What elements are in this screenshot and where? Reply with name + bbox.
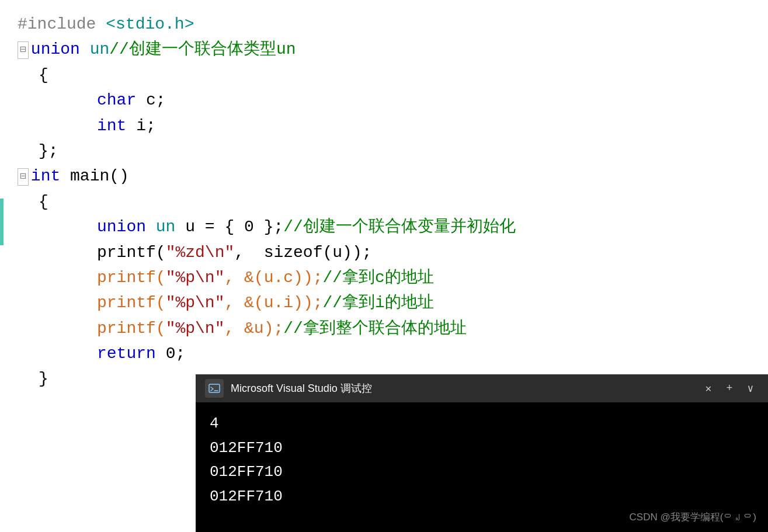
terminal-controls: ✕ + ∨ <box>700 380 759 397</box>
code-token: printf( <box>97 265 166 290</box>
code-token: printf( <box>97 240 166 265</box>
code-token: un <box>80 37 109 62</box>
code-token: //创建一个联合体类型un <box>109 37 296 62</box>
code-token: 0; <box>156 341 185 366</box>
code-token: , &(u.c)); <box>224 265 322 290</box>
terminal-output-line-4: 012FF710 <box>210 485 754 509</box>
code-line-printf-sizeof: printf("%zd\n", sizeof(u)); <box>18 240 750 265</box>
code-line-int: int i; <box>18 113 750 138</box>
code-line-printf-u: printf("%p\n", &u);//拿到整个联合体的地址 <box>18 316 750 341</box>
code-line-brace1: { <box>18 62 750 88</box>
terminal-output-line-2: 012FF710 <box>210 436 754 461</box>
code-token: printf( <box>97 316 166 341</box>
code-token: union <box>97 214 146 239</box>
code-token: , &(u.i)); <box>224 290 322 315</box>
code-token: union <box>31 37 80 62</box>
code-token: //创建一个联合体变量并初始化 <box>283 214 516 239</box>
terminal-titlebar: Microsoft Visual Studio 调试控 ✕ + ∨ <box>196 374 768 402</box>
code-token: return <box>97 341 156 366</box>
code-line-closebrace1: }; <box>18 138 750 164</box>
watermark: CSDN @我要学编程(꒪꒻꒪) <box>630 510 756 524</box>
code-token: "%p\n" <box>166 290 225 315</box>
code-token: char <box>97 88 136 113</box>
code-line-include: #include <stdio.h> <box>18 12 750 37</box>
fold-marker[interactable]: ⊟ <box>18 41 29 59</box>
code-token: "%zd\n" <box>166 240 235 265</box>
terminal-close-btn[interactable]: ✕ <box>700 380 717 397</box>
code-token: printf( <box>97 290 166 315</box>
code-line-char: char c; <box>18 88 750 113</box>
code-line-union-var: union un u = { 0 };//创建一个联合体变量并初始化 <box>18 214 750 239</box>
terminal-title: Microsoft Visual Studio 调试控 <box>231 381 693 395</box>
code-token: { <box>39 62 48 88</box>
code-token: int <box>97 113 126 138</box>
code-token: //拿到c的地址 <box>322 265 433 290</box>
terminal-icon <box>205 379 224 398</box>
code-token: }; <box>39 138 58 164</box>
code-token: <stdio.h> <box>106 12 194 37</box>
left-accent <box>0 199 4 245</box>
code-token: un <box>146 214 175 239</box>
fold-marker2[interactable]: ⊟ <box>18 168 29 186</box>
code-token: } <box>39 366 48 391</box>
code-token: #include <box>18 12 106 37</box>
terminal-output-line-3: 012FF710 <box>210 460 754 485</box>
terminal-panel: Microsoft Visual Studio 调试控 ✕ + ∨ 4 012F… <box>196 374 768 532</box>
code-token: //拿到i的地址 <box>322 290 433 315</box>
terminal-chevron-btn[interactable]: ∨ <box>742 380 759 397</box>
code-token: , sizeof(u)); <box>234 240 371 265</box>
code-token: c; <box>136 88 165 113</box>
code-token: u = { 0 }; <box>175 214 283 239</box>
code-token: "%p\n" <box>166 316 225 341</box>
code-token: //拿到整个联合体的地址 <box>283 316 467 341</box>
svg-rect-0 <box>209 384 220 392</box>
code-token: "%p\n" <box>166 265 225 290</box>
terminal-add-btn[interactable]: + <box>721 380 738 397</box>
code-line-brace2: { <box>18 189 750 214</box>
code-token: main() <box>60 164 129 189</box>
code-token: i; <box>126 113 155 138</box>
code-editor: #include <stdio.h> ⊟union un//创建一个联合体类型u… <box>0 0 768 432</box>
code-token: , &u); <box>224 316 283 341</box>
code-line-printf-i: printf("%p\n", &(u.i));//拿到i的地址 <box>18 290 750 315</box>
code-token: { <box>39 189 48 214</box>
code-token: int <box>31 164 60 189</box>
code-line-main: ⊟int main() <box>18 164 750 189</box>
code-line-return: return 0; <box>18 341 750 366</box>
terminal-output-line-1: 4 <box>210 412 754 436</box>
code-line-union-decl: ⊟union un//创建一个联合体类型un <box>18 37 750 62</box>
code-line-printf-c: printf("%p\n", &(u.c));//拿到c的地址 <box>18 265 750 290</box>
